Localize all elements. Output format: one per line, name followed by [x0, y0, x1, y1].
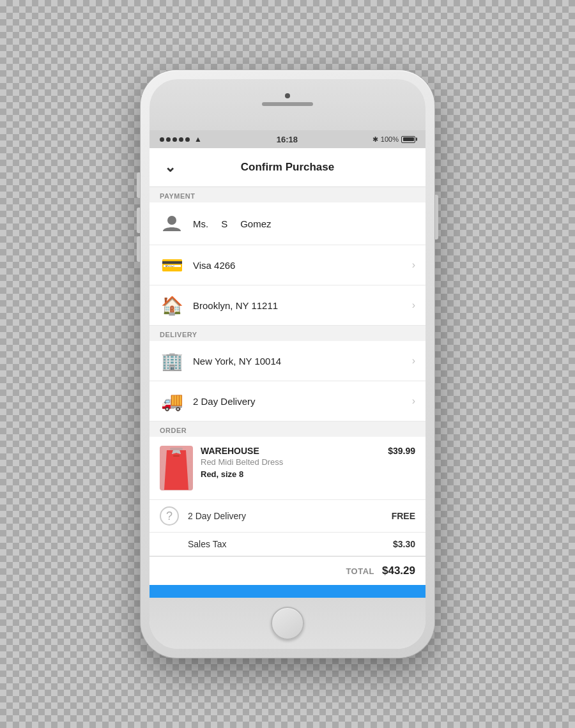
- order-item-row: WAREHOUSE $39.99 Red Midi Belted Dress R…: [150, 437, 425, 500]
- total-label: TOTAL: [346, 566, 374, 576]
- order-price: $39.99: [388, 446, 415, 456]
- battery-fill: [403, 137, 414, 141]
- delivery-address-chevron-icon: ›: [412, 355, 415, 367]
- card-icon: 💳: [160, 253, 184, 277]
- battery-icon: [401, 136, 415, 143]
- billing-address-row[interactable]: 🏠 Brooklyn, NY 11211 ›: [150, 285, 425, 326]
- profile-first: S: [221, 218, 227, 229]
- wifi-icon: ▲: [194, 135, 202, 144]
- sales-tax-row: Sales Tax $3.30: [150, 533, 425, 556]
- phone-top-bezel: [150, 79, 425, 130]
- delivery-cost-label: 2 Day Delivery: [188, 511, 392, 521]
- person-icon: [160, 211, 184, 236]
- page-title: Confirm Purchase: [180, 161, 395, 174]
- card-chevron-icon: ›: [412, 259, 415, 271]
- building-icon: 🏢: [160, 349, 184, 373]
- billing-chevron-icon: ›: [412, 300, 415, 311]
- back-button[interactable]: ⌄: [160, 157, 180, 178]
- order-brand: WAREHOUSE: [201, 446, 259, 456]
- help-circle-icon: ?: [160, 506, 179, 526]
- profile-last: Gomez: [240, 218, 271, 229]
- order-item-image: [160, 446, 193, 490]
- speaker-grille: [262, 102, 313, 106]
- house-icon: 🏠: [160, 293, 184, 317]
- card-row[interactable]: 💳 Visa 4266 ›: [150, 245, 425, 285]
- signal-dot-5: [185, 137, 190, 142]
- order-product-name: Red Midi Belted Dress: [201, 457, 415, 467]
- profile-name: Ms. S Gomez: [193, 218, 272, 229]
- delivery-address-text: New York, NY 10014: [193, 356, 412, 367]
- delivery-method-row[interactable]: 🚚 2 Day Delivery ›: [150, 381, 425, 421]
- svg-rect-2: [173, 455, 180, 457]
- home-button[interactable]: [271, 607, 304, 640]
- battery-percent: 100%: [381, 135, 399, 143]
- sales-tax-label: Sales Tax: [188, 539, 393, 549]
- front-camera: [285, 93, 290, 98]
- delivery-cost-row: ? 2 Day Delivery FREE: [150, 500, 425, 533]
- battery-body: [401, 136, 415, 143]
- payment-section-label: PAYMENT: [150, 187, 425, 202]
- delivery-method-text: 2 Day Delivery: [193, 396, 412, 407]
- delivery-cost-value: FREE: [392, 511, 415, 521]
- svg-rect-1: [170, 448, 183, 450]
- svg-point-0: [167, 216, 176, 225]
- signal-dot-1: [160, 137, 164, 142]
- profile-row: Ms. S Gomez: [150, 202, 425, 245]
- app-content: ⌄ Confirm Purchase PAYMENT: [150, 148, 425, 598]
- app-header: ⌄ Confirm Purchase: [150, 148, 425, 187]
- signal-dot-4: [179, 137, 183, 142]
- total-amount: $43.29: [382, 565, 415, 577]
- sales-tax-value: $3.30: [393, 539, 415, 549]
- truck-icon: 🚚: [160, 389, 184, 413]
- order-variant: Red, size 8: [201, 469, 415, 479]
- status-bar: ▲ 16:18 ✱ 100%: [150, 130, 425, 148]
- buy-now-button[interactable]: 🔒 BUY NOW →: [150, 585, 425, 598]
- billing-address-text: Brooklyn, NY 11211: [193, 300, 412, 311]
- delivery-section-label: DELIVERY: [150, 326, 425, 341]
- phone-screen: ▲ 16:18 ✱ 100% ⌄: [150, 79, 425, 649]
- chevron-down-icon: ⌄: [164, 159, 176, 176]
- card-text: Visa 4266: [193, 260, 412, 271]
- total-row: TOTAL $43.29: [150, 556, 425, 585]
- status-time: 16:18: [277, 135, 298, 144]
- delivery-address-row[interactable]: 🏢 New York, NY 10014 ›: [150, 341, 425, 381]
- status-right: ✱ 100%: [372, 135, 415, 144]
- order-top-row: WAREHOUSE $39.99: [201, 446, 415, 456]
- bluetooth-icon: ✱: [372, 135, 378, 144]
- profile-title: Ms.: [193, 218, 208, 229]
- order-section-label: ORDER: [150, 421, 425, 437]
- screen-area: ▲ 16:18 ✱ 100% ⌄: [150, 130, 425, 598]
- phone-device: ▲ 16:18 ✱ 100% ⌄: [141, 70, 434, 658]
- signal-dot-3: [172, 137, 177, 142]
- signal-area: ▲: [160, 135, 202, 144]
- phone-bottom-bezel: [150, 598, 425, 649]
- signal-dot-2: [166, 137, 171, 142]
- order-item-details: WAREHOUSE $39.99 Red Midi Belted Dress R…: [201, 446, 415, 479]
- delivery-method-chevron-icon: ›: [412, 395, 415, 407]
